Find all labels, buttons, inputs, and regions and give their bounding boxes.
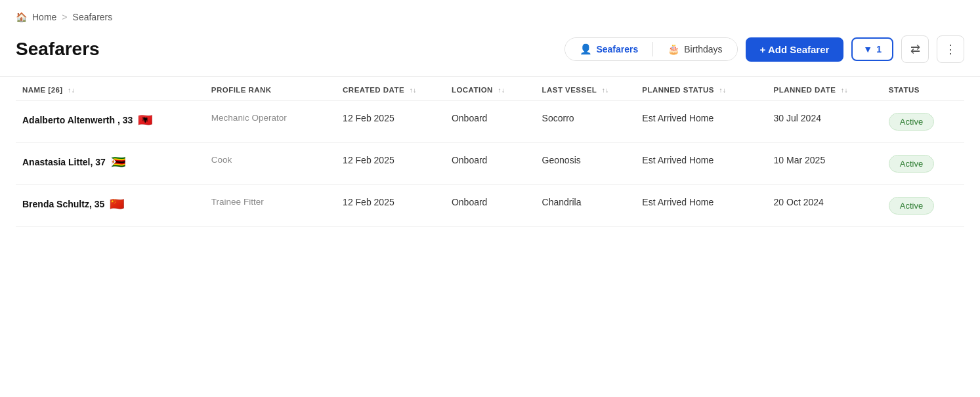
home-icon: 🏠	[16, 12, 27, 22]
cell-planned-status-0: Est Arrived Home	[635, 101, 767, 143]
cell-planned-status-2: Est Arrived Home	[635, 185, 767, 227]
filter-button[interactable]: ▼ 1	[851, 37, 893, 61]
swap-button[interactable]: ⇄	[901, 35, 929, 63]
seafarers-table: NAME [26] ↑↓ PROFILE RANK CREATED DATE ↑…	[16, 77, 964, 227]
status-badge-2: Active	[889, 197, 934, 215]
header-controls: 👤 Seafarers 🎂 Birthdays + Add Seafarer ▼…	[565, 35, 964, 63]
cell-location-0: Onboard	[445, 101, 536, 143]
col-header-location: LOCATION ↑↓	[445, 77, 536, 101]
cell-created-1: 12 Feb 2025	[336, 143, 445, 185]
flag-icon-2: 🇨🇳	[110, 197, 124, 211]
col-header-name: NAME [26] ↑↓	[16, 77, 205, 101]
cell-status-1: Active	[882, 143, 964, 185]
flag-icon-1: 🇿🇼	[111, 155, 125, 169]
table-row[interactable]: Adalberto Altenwerth , 33 🇦🇱 Mechanic Op…	[16, 101, 964, 143]
birthdays-tab-label: Birthdays	[684, 44, 722, 54]
more-icon: ⋮	[945, 42, 956, 56]
cell-location-2: Onboard	[445, 185, 536, 227]
sort-icon-location[interactable]: ↑↓	[498, 87, 505, 94]
more-button[interactable]: ⋮	[937, 35, 964, 63]
swap-icon: ⇄	[910, 42, 920, 56]
cell-rank-2: Trainee Fitter	[205, 185, 336, 227]
cell-planned-date-0: 30 Jul 2024	[767, 101, 882, 143]
sort-icon-vessel[interactable]: ↑↓	[602, 87, 609, 94]
breadcrumb-current: Seafarers	[73, 12, 113, 22]
cell-status-0: Active	[882, 101, 964, 143]
table-row[interactable]: Anastasia Littel, 37 🇿🇼 Cook 12 Feb 2025…	[16, 143, 964, 185]
tab-birthdays[interactable]: 🎂 Birthdays	[653, 38, 736, 60]
col-header-created: CREATED DATE ↑↓	[336, 77, 445, 101]
cell-location-1: Onboard	[445, 143, 536, 185]
col-header-rank: PROFILE RANK	[205, 77, 336, 101]
cell-rank-0: Mechanic Operator	[205, 101, 336, 143]
tab-group: 👤 Seafarers 🎂 Birthdays	[565, 37, 737, 61]
flag-icon-0: 🇦🇱	[138, 113, 152, 127]
cell-vessel-2: Chandrila	[536, 185, 636, 227]
cell-rank-1: Cook	[205, 143, 336, 185]
table-row[interactable]: Brenda Schultz, 35 🇨🇳 Trainee Fitter 12 …	[16, 185, 964, 227]
birthdays-tab-icon: 🎂	[668, 43, 680, 55]
add-seafarer-button[interactable]: + Add Seafarer	[746, 37, 844, 62]
home-link[interactable]: Home	[32, 12, 56, 22]
col-header-planned-status: PLANNED STATUS ↑↓	[635, 77, 767, 101]
sort-icon-planned-date[interactable]: ↑↓	[841, 87, 848, 94]
cell-status-2: Active	[882, 185, 964, 227]
table-header-row: NAME [26] ↑↓ PROFILE RANK CREATED DATE ↑…	[16, 77, 964, 101]
cell-created-2: 12 Feb 2025	[336, 185, 445, 227]
filter-count: 1	[876, 44, 882, 54]
sort-icon-created[interactable]: ↑↓	[410, 87, 417, 94]
add-seafarer-label: + Add Seafarer	[760, 44, 830, 55]
seafarers-tab-icon: 👤	[580, 43, 592, 55]
sort-icon-planned-status[interactable]: ↑↓	[719, 87, 727, 94]
page-title: Seafarers	[16, 39, 100, 60]
status-badge-1: Active	[889, 155, 934, 173]
seafarer-name-2: Brenda Schultz, 35	[22, 199, 104, 209]
filter-icon: ▼	[863, 44, 872, 54]
cell-name-0: Adalberto Altenwerth , 33 🇦🇱	[16, 101, 205, 143]
cell-name-1: Anastasia Littel, 37 🇿🇼	[16, 143, 205, 185]
col-header-vessel: LAST VESSEL ↑↓	[536, 77, 636, 101]
cell-name-2: Brenda Schultz, 35 🇨🇳	[16, 185, 205, 227]
seafarers-table-wrap: NAME [26] ↑↓ PROFILE RANK CREATED DATE ↑…	[0, 77, 980, 227]
sort-icon-name[interactable]: ↑↓	[68, 87, 75, 94]
cell-vessel-0: Socorro	[536, 101, 636, 143]
status-badge-0: Active	[889, 113, 934, 131]
cell-vessel-1: Geonosis	[536, 143, 636, 185]
cell-planned-date-2: 20 Oct 2024	[767, 185, 882, 227]
page-header: Seafarers 👤 Seafarers 🎂 Birthdays + Add …	[0, 29, 980, 76]
seafarer-name-0: Adalberto Altenwerth , 33	[22, 115, 133, 125]
seafarers-tab-label: Seafarers	[596, 44, 638, 54]
breadcrumb-separator: >	[62, 12, 67, 22]
tab-seafarers[interactable]: 👤 Seafarers	[565, 38, 652, 60]
seafarer-name-1: Anastasia Littel, 37	[22, 157, 106, 167]
breadcrumb: 🏠 Home > Seafarers	[0, 0, 980, 29]
cell-planned-date-1: 10 Mar 2025	[767, 143, 882, 185]
col-header-planned-date: PLANNED DATE ↑↓	[767, 77, 882, 101]
cell-planned-status-1: Est Arrived Home	[635, 143, 767, 185]
col-header-status: STATUS	[882, 77, 964, 101]
cell-created-0: 12 Feb 2025	[336, 101, 445, 143]
